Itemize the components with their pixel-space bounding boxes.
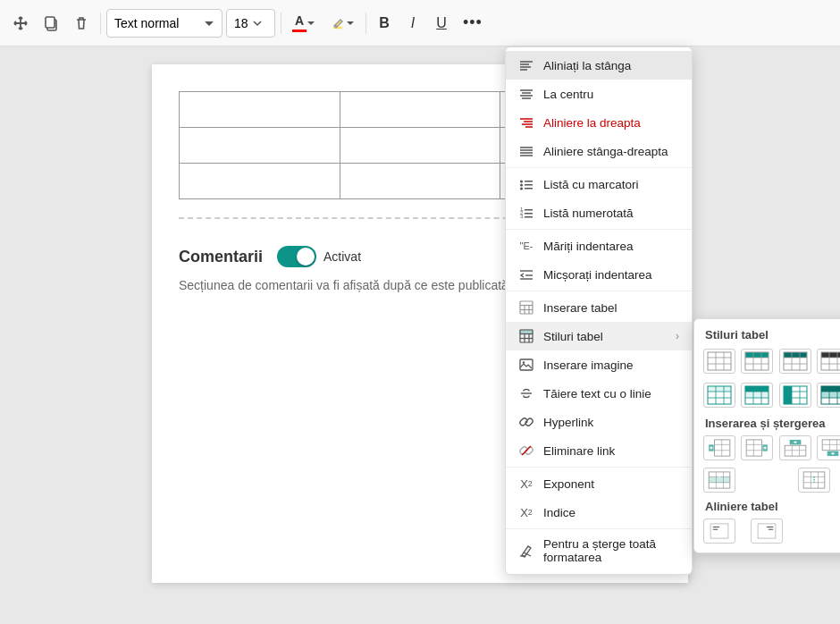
subscript-icon: X2 bbox=[518, 504, 534, 520]
insert-delete-grid bbox=[703, 435, 840, 460]
menu-item-hyperlink[interactable]: Hyperlink bbox=[506, 408, 692, 436]
bold-button[interactable]: B bbox=[372, 9, 397, 38]
menu-label-table-styles: Stiluri tabel bbox=[543, 330, 667, 343]
svg-rect-43 bbox=[520, 330, 533, 334]
table-style-3[interactable] bbox=[779, 349, 811, 374]
menu-item-bullet-list[interactable]: Listă cu marcatori bbox=[506, 170, 692, 198]
table-cell[interactable] bbox=[180, 128, 340, 164]
menu-item-center[interactable]: La centru bbox=[506, 80, 692, 108]
insert-col-left[interactable] bbox=[703, 435, 735, 460]
font-size-dropdown[interactable]: 18 bbox=[226, 9, 275, 38]
menu-label-align-left: Aliniați la stânga bbox=[543, 59, 679, 72]
insert-table-icon bbox=[518, 299, 534, 316]
font-color-label: A bbox=[295, 13, 304, 28]
underline-button[interactable]: U bbox=[429, 9, 454, 38]
svg-rect-49 bbox=[745, 352, 769, 358]
svg-rect-120 bbox=[785, 445, 806, 456]
table-cell[interactable] bbox=[180, 92, 340, 128]
menu-item-align-left[interactable]: Aliniați la stânga bbox=[506, 51, 692, 80]
color-indicator bbox=[292, 30, 307, 32]
table-styles-grid-1 bbox=[703, 349, 840, 374]
menu-item-align-right[interactable]: Aliniere la dreapta bbox=[506, 108, 692, 137]
insert-row-above[interactable] bbox=[779, 435, 811, 460]
svg-rect-156 bbox=[710, 524, 728, 538]
merge-cells[interactable] bbox=[703, 468, 735, 493]
menu-item-indent-less[interactable]: Micșorați indentarea bbox=[506, 260, 692, 289]
menu-label-insert-image: Inserare imagine bbox=[543, 358, 679, 372]
menu-item-clear-format[interactable]: Pentru a șterge toată formatarea bbox=[506, 531, 692, 570]
italic-button[interactable]: I bbox=[400, 9, 425, 38]
menu-item-strikethrough[interactable]: Tăiere text cu o linie bbox=[506, 379, 692, 408]
table-cell[interactable] bbox=[340, 164, 500, 199]
insert-col-right[interactable] bbox=[741, 435, 773, 460]
bullet-list-icon bbox=[518, 176, 534, 192]
menu-item-insert-image[interactable]: Inserare imagine bbox=[506, 350, 692, 379]
svg-rect-162 bbox=[520, 359, 533, 370]
menu-item-numbered-list[interactable]: 1. 2. 3. Listă numerotată bbox=[506, 198, 692, 227]
split-cells[interactable] bbox=[798, 468, 830, 493]
menu-label-superscript: Exponent bbox=[543, 477, 679, 491]
svg-rect-29 bbox=[525, 216, 533, 218]
table-styles-submenu: Stiluri tabel bbox=[693, 318, 840, 553]
insert-row-below[interactable] bbox=[817, 435, 840, 460]
menu-item-insert-table[interactable]: Inserare tabel bbox=[506, 293, 692, 322]
delete-button[interactable] bbox=[68, 9, 95, 38]
svg-rect-127 bbox=[822, 440, 840, 451]
align-top-left[interactable] bbox=[703, 519, 735, 544]
table-style-4[interactable] bbox=[817, 349, 840, 374]
table-style-8[interactable] bbox=[779, 383, 811, 408]
menu-item-subscript[interactable]: X2 Indice bbox=[506, 498, 692, 527]
menu-label-insert-table: Inserare tabel bbox=[543, 301, 679, 315]
menu-label-justify: Aliniere stânga-dreapta bbox=[543, 145, 679, 158]
hyperlink-icon bbox=[518, 414, 534, 430]
numbered-list-icon: 1. 2. 3. bbox=[518, 205, 534, 221]
svg-rect-79 bbox=[745, 386, 769, 392]
menu-item-remove-link[interactable]: Eliminare link bbox=[506, 436, 692, 465]
menu-item-table-styles[interactable]: Stiluri tabel › Stiluri tabel bbox=[506, 322, 692, 350]
table-style-6[interactable] bbox=[703, 383, 735, 408]
font-color-button[interactable]: A bbox=[287, 9, 321, 38]
svg-rect-19 bbox=[525, 181, 533, 182]
svg-point-22 bbox=[520, 188, 523, 190]
svg-rect-33 bbox=[520, 301, 533, 314]
svg-rect-86 bbox=[784, 386, 792, 404]
table-styles-grid-2 bbox=[703, 383, 840, 408]
svg-rect-55 bbox=[784, 352, 807, 358]
separator-3 bbox=[365, 13, 366, 34]
highlight-button[interactable] bbox=[324, 9, 360, 38]
submenu-title-insert-delete: Inserarea și ștergerea bbox=[703, 417, 840, 430]
toggle-label: Activat bbox=[323, 249, 361, 264]
menu-item-indent-more[interactable]: "E- Măriți indentarea bbox=[506, 232, 692, 260]
submenu-title-styles: Stiluri tabel bbox=[703, 328, 840, 342]
more-button[interactable]: ••• bbox=[458, 9, 488, 38]
align-left-icon bbox=[518, 57, 534, 73]
table-style-7[interactable] bbox=[741, 383, 773, 408]
style-dropdown[interactable]: Text normal bbox=[106, 9, 223, 38]
menu-label-center: La centru bbox=[543, 88, 679, 101]
menu-label-align-right: Aliniere la dreapta bbox=[543, 116, 679, 130]
menu-item-superscript[interactable]: X2 Exponent bbox=[506, 469, 692, 498]
table-style-2[interactable] bbox=[741, 349, 773, 374]
comments-toggle[interactable] bbox=[277, 246, 316, 267]
strikethrough-icon bbox=[518, 385, 534, 401]
move-button[interactable] bbox=[7, 9, 34, 38]
toggle-container: Activat bbox=[277, 246, 361, 267]
menu-label-indent-more: Măriți indentarea bbox=[543, 240, 679, 253]
table-style-9[interactable] bbox=[817, 383, 840, 408]
svg-rect-149 bbox=[709, 476, 730, 482]
superscript-icon: X2 bbox=[518, 476, 534, 492]
svg-rect-1 bbox=[46, 17, 55, 28]
table-styles-icon bbox=[518, 328, 534, 344]
table-cell[interactable] bbox=[340, 128, 500, 164]
table-cell[interactable] bbox=[180, 164, 340, 199]
svg-rect-113 bbox=[747, 440, 762, 456]
table-style-1[interactable] bbox=[703, 349, 735, 374]
copy-button[interactable] bbox=[38, 9, 64, 38]
align-top-right[interactable] bbox=[751, 519, 783, 544]
table-cell[interactable] bbox=[340, 92, 500, 128]
svg-rect-44 bbox=[708, 352, 731, 370]
svg-text:3.: 3. bbox=[520, 214, 525, 219]
menu-item-justify[interactable]: Aliniere stânga-dreapta bbox=[506, 137, 692, 165]
toolbar: Text normal 18 A B I U ••• bbox=[0, 0, 840, 46]
svg-point-20 bbox=[520, 184, 523, 187]
